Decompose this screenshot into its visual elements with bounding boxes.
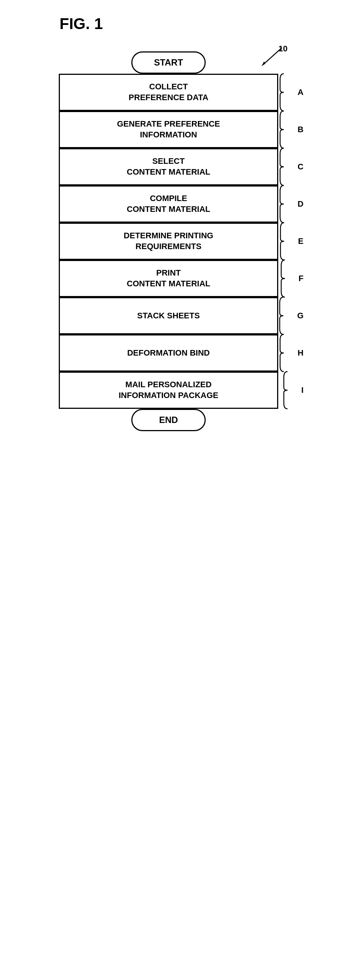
label-G-group: G [278, 297, 304, 334]
label-H-group: H [278, 334, 304, 372]
label-E-group: E [278, 223, 304, 260]
flowchart: 10 START COLLECTPREFERENCE DATA [38, 51, 299, 431]
step-C-row: SELECTCONTENT MATERIAL C [59, 148, 278, 185]
label-B: B [297, 125, 304, 134]
label-B-group: B [278, 111, 304, 148]
brace-H [278, 332, 297, 374]
step-D-row: COMPILECONTENT MATERIAL D [59, 185, 278, 223]
step-I-box: MAIL PERSONALIZEDINFORMATION PACKAGE [59, 372, 278, 409]
brace-G [278, 295, 296, 336]
label-F-group: F [279, 260, 304, 297]
step-B-row: GENERATE PREFERENCEINFORMATION B [59, 111, 278, 148]
label-D: D [297, 199, 304, 209]
label-F: F [299, 274, 304, 283]
page: FIG. 1 10 START COLLECTPREFERENCE DATA [0, 0, 337, 980]
figure-title: FIG. 1 [60, 15, 103, 33]
svg-marker-1 [261, 61, 265, 66]
step-D-box: COMPILECONTENT MATERIAL [59, 185, 278, 223]
brace-A [278, 72, 297, 113]
label-H: H [297, 348, 304, 358]
start-row: START [131, 51, 206, 74]
step-F-box: PRINTCONTENT MATERIAL [59, 260, 278, 297]
step-H-row: DEFORMATION BIND H [59, 334, 278, 372]
start-shape: START [131, 51, 206, 74]
step-A-row: COLLECTPREFERENCE DATA A [59, 74, 278, 111]
label-A: A [297, 88, 304, 97]
step-I-row: MAIL PERSONALIZEDINFORMATION PACKAGE I [59, 372, 278, 409]
brace-E [278, 221, 297, 262]
brace-C [278, 146, 297, 187]
step-E-box: DETERMINE PRINTINGREQUIREMENTS [59, 223, 278, 260]
step-E-row: DETERMINE PRINTINGREQUIREMENTS E [59, 223, 278, 260]
brace-B [278, 109, 297, 150]
label-E: E [298, 236, 304, 246]
step-C-box: SELECTCONTENT MATERIAL [59, 148, 278, 185]
brace-F [279, 258, 298, 299]
label-C: C [297, 162, 304, 172]
ref-arrow [256, 46, 286, 68]
label-G: G [297, 311, 304, 321]
step-G-box: STACK SHEETS [59, 297, 278, 334]
step-A-box: COLLECTPREFERENCE DATA [59, 74, 278, 111]
step-B-box: GENERATE PREFERENCEINFORMATION [59, 111, 278, 148]
label-I-group: I [282, 372, 304, 409]
brace-D [278, 184, 297, 224]
svg-line-0 [263, 48, 282, 64]
step-G-row: STACK SHEETS G [59, 297, 278, 334]
label-I: I [301, 385, 304, 395]
end-row: END [131, 409, 206, 431]
label-D-group: D [278, 185, 304, 223]
label-A-group: A [278, 74, 304, 111]
label-C-group: C [278, 148, 304, 185]
step-H-box: DEFORMATION BIND [59, 334, 278, 372]
step-F-row: PRINTCONTENT MATERIAL F [59, 260, 278, 297]
end-shape: END [131, 409, 206, 431]
brace-I [282, 370, 301, 411]
